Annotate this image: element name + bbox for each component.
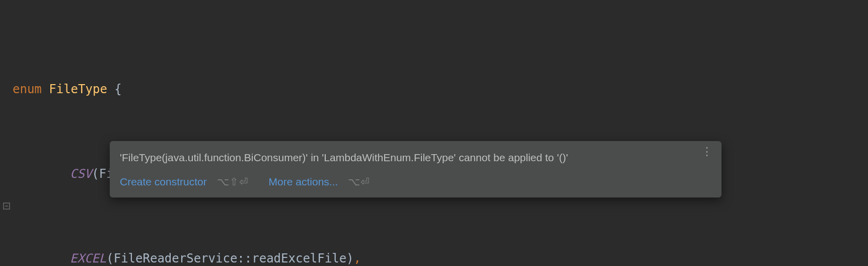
- keyword-enum: enum: [13, 82, 42, 96]
- error-tooltip: ⋮ 'FileType(java.util.function.BiConsume…: [110, 141, 721, 197]
- shortcut-label: ⌥⇧⏎: [217, 176, 249, 187]
- shortcut-label: ⌥⏎: [348, 176, 370, 187]
- brace-open: {: [114, 82, 121, 96]
- enum-constant: CSV: [70, 167, 92, 181]
- type-name: FileType: [49, 82, 107, 96]
- enum-constant: EXCEL: [70, 251, 106, 265]
- enum-args: (FileReaderService::readExcelFile): [106, 251, 353, 265]
- error-message: 'FileType(java.util.function.BiConsumer)…: [120, 150, 711, 165]
- comma: ,: [354, 251, 361, 265]
- more-actions-link[interactable]: More actions...: [269, 176, 338, 187]
- code-line: enum FileType {: [13, 79, 868, 100]
- code-editor[interactable]: enum FileType { CSV(FileReaderService::r…: [0, 0, 868, 266]
- more-options-icon[interactable]: ⋮: [701, 149, 712, 154]
- create-constructor-link[interactable]: Create constructor: [120, 176, 207, 187]
- tooltip-actions: Create constructor ⌥⇧⏎ More actions... ⌥…: [120, 174, 711, 189]
- code-line: EXCEL(FileReaderService::readExcelFile),: [13, 248, 868, 266]
